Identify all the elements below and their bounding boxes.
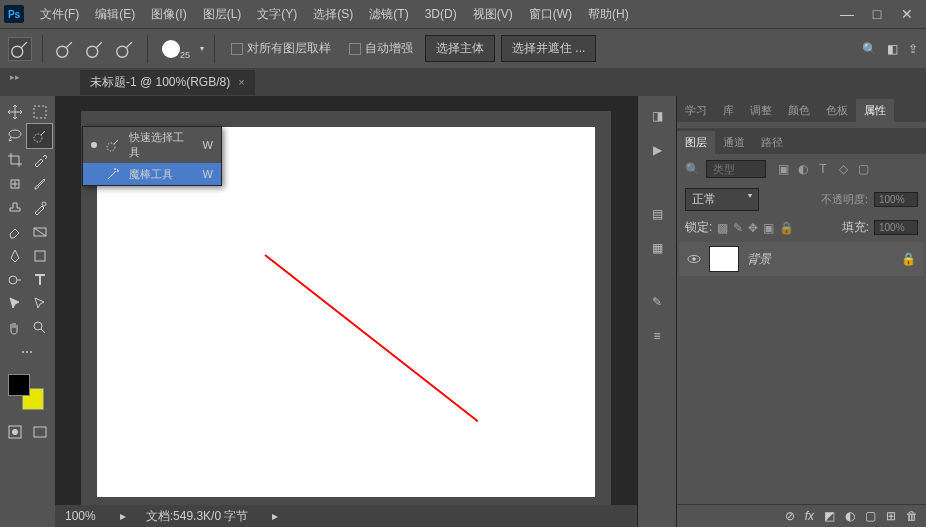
link-layers-icon[interactable]: ⊘ [785,509,795,523]
lock-all-icon[interactable]: 🔒 [779,221,794,235]
auto-enhance-checkbox[interactable]: 自动增强 [349,40,413,57]
lock-transparency-icon[interactable]: ▩ [717,221,728,235]
close-button[interactable]: ✕ [892,0,922,28]
tab-layers[interactable]: 图层 [677,131,715,154]
quick-select-tool[interactable] [27,124,52,148]
document-tab[interactable]: 未标题-1 @ 100%(RGB/8) × [80,70,255,95]
direct-select-tool[interactable] [27,292,52,316]
hand-tool[interactable] [2,316,27,340]
tab-learn[interactable]: 学习 [677,99,715,122]
intersect-selection-icon[interactable] [113,37,137,61]
pen-tool[interactable] [2,244,27,268]
marquee-tool[interactable] [27,100,52,124]
blend-mode-select[interactable]: 正常 ▾ [685,188,759,211]
add-selection-icon[interactable] [53,37,77,61]
filter-image-icon[interactable]: ▣ [776,162,790,176]
edit-toolbar[interactable]: ⋯ [2,340,52,364]
minimize-button[interactable]: ― [832,0,862,28]
eyedropper-tool[interactable] [27,148,52,172]
history-brush-tool[interactable] [27,196,52,220]
foreground-color[interactable] [8,374,30,396]
color-swatches[interactable] [6,372,46,412]
delete-icon[interactable]: 🗑 [906,509,918,523]
path-select-tool[interactable] [2,292,27,316]
crop-tool[interactable] [2,148,27,172]
doc-info[interactable]: 文档:549.3K/0 字节 [146,508,249,525]
menu-help[interactable]: 帮助(H) [580,0,637,28]
history-panel-icon[interactable]: ◨ [645,104,669,128]
menu-window[interactable]: 窗口(W) [521,0,580,28]
tab-libraries[interactable]: 库 [715,99,742,122]
quick-mask-tool[interactable] [2,420,27,444]
lock-position-icon[interactable]: ✥ [748,221,758,235]
flyout-magic-wand[interactable]: 魔棒工具 W [83,163,221,185]
menu-3d[interactable]: 3D(D) [417,0,465,28]
layer-thumbnail[interactable] [709,246,739,272]
lock-pixels-icon[interactable]: ✎ [733,221,743,235]
share-icon[interactable]: ⇪ [908,42,918,56]
gradient-tool[interactable] [27,220,52,244]
zoom-tool[interactable] [27,316,52,340]
new-layer-icon[interactable]: ⊞ [886,509,896,523]
menu-image[interactable]: 图像(I) [143,0,194,28]
move-tool[interactable] [2,100,27,124]
zoom-dropdown-icon[interactable]: ▸ [120,509,126,523]
adjustment-icon[interactable]: ◐ [845,509,855,523]
subtract-selection-icon[interactable] [83,37,107,61]
tab-color[interactable]: 颜色 [780,99,818,122]
info-dropdown-icon[interactable]: ▸ [272,509,278,523]
visibility-icon[interactable] [687,252,701,266]
brushes-panel-icon[interactable]: ✎ [645,290,669,314]
fill-input[interactable]: 100% [874,220,918,235]
tab-channels[interactable]: 通道 [715,131,753,154]
filter-shape-icon[interactable]: ◇ [836,162,850,176]
shape-tool[interactable] [27,244,52,268]
stamp-tool[interactable] [2,196,27,220]
menu-view[interactable]: 视图(V) [465,0,521,28]
tool-preset-icon[interactable] [8,37,32,61]
select-subject-button[interactable]: 选择主体 [425,35,495,62]
menu-file[interactable]: 文件(F) [32,0,87,28]
select-and-mask-button[interactable]: 选择并遮住 ... [501,35,596,62]
layer-row[interactable]: 背景 🔒 [679,242,924,276]
opacity-input[interactable]: 100% [874,192,918,207]
panel-icon-2[interactable]: ▦ [645,236,669,260]
brush-preview[interactable] [162,40,180,58]
tab-paths[interactable]: 路径 [753,131,791,154]
screen-mode-tool[interactable] [27,420,52,444]
tab-adjust[interactable]: 调整 [742,99,780,122]
close-tab-icon[interactable]: × [238,76,244,88]
layer-filter-input[interactable] [706,160,766,178]
layer-name[interactable]: 背景 [747,251,893,268]
filter-type-icon[interactable]: T [816,162,830,176]
tab-properties[interactable]: 属性 [856,99,894,122]
eraser-tool[interactable] [2,220,27,244]
panel-icon-1[interactable]: ▤ [645,202,669,226]
menu-filter[interactable]: 滤镜(T) [361,0,416,28]
maximize-button[interactable]: □ [862,0,892,28]
workspace-icon[interactable]: ◧ [887,42,898,56]
dodge-tool[interactable] [2,268,27,292]
sample-all-layers-checkbox[interactable]: 对所有图层取样 [231,40,331,57]
menu-type[interactable]: 文字(Y) [249,0,305,28]
menu-edit[interactable]: 编辑(E) [87,0,143,28]
settings-panel-icon[interactable]: ≡ [645,324,669,348]
mask-icon[interactable]: ◩ [824,509,835,523]
brush-dropdown-icon[interactable]: ▾ [200,44,204,53]
type-tool[interactable] [27,268,52,292]
zoom-level[interactable]: 100% [65,509,96,523]
brush-tool[interactable] [27,172,52,196]
tab-swatches[interactable]: 色板 [818,99,856,122]
filter-adjust-icon[interactable]: ◐ [796,162,810,176]
group-icon[interactable]: ▢ [865,509,876,523]
lasso-tool[interactable] [2,124,27,148]
search-icon[interactable]: 🔍 [862,42,877,56]
fx-icon[interactable]: fx [805,509,814,523]
actions-panel-icon[interactable]: ▶ [645,138,669,162]
menu-select[interactable]: 选择(S) [305,0,361,28]
lock-artboard-icon[interactable]: ▣ [763,221,774,235]
healing-tool[interactable] [2,172,27,196]
flyout-quick-select[interactable]: 快速选择工具 W [83,127,221,163]
menu-layer[interactable]: 图层(L) [195,0,250,28]
filter-smart-icon[interactable]: ▢ [856,162,870,176]
